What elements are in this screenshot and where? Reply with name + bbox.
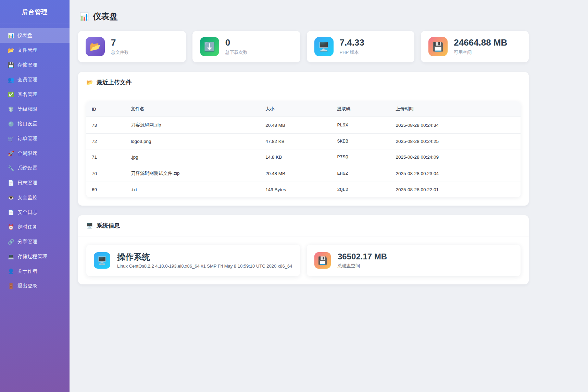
recent-uploads-panel: 📂 最近上传文件 ID 文件名 大小 提取码 上传	[78, 72, 529, 206]
os-title: 操作系统	[117, 252, 292, 262]
sidebar-item-logout[interactable]: 🚪 退出登录	[0, 279, 70, 293]
sidebar-header: 后台管理	[0, 0, 70, 24]
sidebar-item-label: 日志管理	[17, 180, 37, 186]
page-header: 📊 仪表盘	[79, 11, 529, 22]
stat-label: PHP 版本	[340, 49, 364, 56]
sidebar-item-orders[interactable]: 🛒 订单管理	[0, 131, 70, 146]
sidebar-item-label: 会员管理	[17, 76, 37, 83]
check-icon: ✅	[8, 91, 14, 98]
floppy-disk-icon: 💾	[314, 252, 331, 269]
folder-icon: 📂	[86, 79, 93, 86]
os-info-card: 🖥️ 操作系统 Linux CentOs8.2.2 4.18.0-193.el8…	[86, 245, 300, 276]
sidebar-item-storage[interactable]: 💾 存储管理	[0, 58, 70, 72]
sidebar-item-about-author[interactable]: 👤 关于作者	[0, 264, 70, 279]
sidebar-item-security-monitor[interactable]: 👁️ 安全监控	[0, 190, 70, 205]
folder-icon: 📂	[8, 47, 14, 53]
rocket-icon: 🚀	[8, 150, 14, 157]
floppy-disk-icon: 💾	[428, 37, 448, 56]
sidebar-item-label: 关于作者	[17, 268, 37, 274]
monitor-icon: 🖥️	[86, 222, 93, 229]
sidebar-item-label: 仪表盘	[17, 32, 33, 39]
sidebar-item-stored-procedures[interactable]: 💻 存储过程管理	[0, 249, 70, 264]
sidebar-item-label: 系统设置	[17, 165, 37, 171]
shield-icon: 🛡️	[8, 106, 14, 112]
section-title: 系统信息	[97, 222, 120, 230]
gear-icon: ⚙️	[8, 121, 14, 127]
disk-total-label: 总磁盘空间	[338, 263, 387, 269]
sidebar-item-label: 安全监控	[17, 194, 37, 201]
cell-filename: logo3.png	[125, 134, 260, 149]
sidebar-item-label: 全局限速	[17, 150, 37, 157]
stat-card-total-downloads: ⬇️ 0 总下载次数	[192, 31, 300, 62]
sidebar-item-system-settings[interactable]: 🔧 系统设置	[0, 161, 70, 175]
cell-id: 72	[86, 134, 125, 149]
recent-uploads-header: 📂 最近上传文件	[78, 72, 529, 93]
stat-value: 24664.88 MB	[454, 38, 507, 48]
cell-time: 2025-08-28 00:24:09	[390, 149, 521, 165]
column-header-code: 提取码	[331, 101, 390, 117]
cell-code: EHGZ	[331, 165, 390, 182]
sidebar-item-files[interactable]: 📂 文件管理	[0, 43, 70, 58]
table-row[interactable]: 70 刀客源码网测试文件.zip 20.48 MB EHGZ 2025-08-2…	[86, 165, 521, 182]
person-icon: 👤	[8, 268, 14, 274]
sidebar-item-members[interactable]: 👥 会员管理	[0, 72, 70, 87]
sidebar-nav: 📊 仪表盘 📂 文件管理 💾 存储管理 👥 会员管理 ✅ 实名管理 🛡️	[0, 24, 70, 293]
cell-id: 71	[86, 149, 125, 165]
disk-info-card: 💾 36502.17 MB 总磁盘空间	[307, 245, 521, 276]
cell-size: 20.48 MB	[260, 117, 331, 134]
system-info-header: 🖥️ 系统信息	[78, 215, 529, 236]
cell-time: 2025-08-28 00:24:34	[390, 117, 521, 134]
sidebar-item-label: 订单管理	[17, 135, 37, 142]
stat-card-free-space: 💾 24664.88 MB 可用空间	[421, 31, 529, 62]
cart-icon: 🛒	[8, 136, 14, 142]
sidebar-item-rate-limit[interactable]: 🚀 全局限速	[0, 146, 70, 161]
link-icon: 🔗	[8, 239, 14, 245]
page-title: 仪表盘	[93, 11, 117, 22]
disk-total-value: 36502.17 MB	[338, 252, 387, 261]
sidebar-item-label: 接口设置	[17, 121, 37, 127]
sidebar-item-realname[interactable]: ✅ 实名管理	[0, 87, 70, 102]
cell-filename: .txt	[125, 182, 260, 198]
cell-code: SKEB	[331, 134, 390, 149]
sidebar: 后台管理 📊 仪表盘 📂 文件管理 💾 存储管理 👥 会员管理 ✅ 实名管理	[0, 0, 70, 392]
alarm-clock-icon: ⏰	[8, 224, 14, 230]
cell-time: 2025-08-28 00:22:01	[390, 182, 521, 198]
sidebar-item-security-logs[interactable]: 📄 安全日志	[0, 205, 70, 220]
cell-size: 149 Bytes	[260, 182, 331, 198]
sidebar-item-permissions[interactable]: 🛡️ 等级权限	[0, 102, 70, 117]
sidebar-item-dashboard[interactable]: 📊 仪表盘	[0, 28, 70, 43]
table-row[interactable]: 71 .jpg 14.8 KB P7SQ 2025-08-28 00:24:09	[86, 149, 521, 165]
sidebar-item-label: 实名管理	[17, 91, 37, 98]
sidebar-item-api-settings[interactable]: ⚙️ 接口设置	[0, 117, 70, 131]
sidebar-item-cron-tasks[interactable]: ⏰ 定时任务	[0, 220, 70, 234]
cell-code: P7SQ	[331, 149, 390, 165]
stat-value: 7.4.33	[340, 38, 364, 48]
cell-filename: 刀客源码网.zip	[125, 117, 260, 134]
cell-size: 14.8 KB	[260, 149, 331, 165]
section-title: 最近上传文件	[97, 78, 132, 86]
monitor-icon: 🖥️	[314, 37, 334, 56]
cell-time: 2025-08-28 00:24:25	[390, 134, 521, 149]
sidebar-item-label: 分享管理	[17, 238, 37, 245]
stat-cards-row: 📂 7 总文件数 ⬇️ 0 总下载次数 🖥️ 7.4.	[78, 31, 529, 62]
table-row[interactable]: 73 刀客源码网.zip 20.48 MB PL9X 2025-08-28 00…	[86, 117, 521, 134]
stat-label: 总下载次数	[225, 49, 248, 56]
sidebar-item-label: 存储过程管理	[17, 253, 47, 260]
bar-chart-icon: 📊	[79, 12, 89, 21]
sidebar-item-share[interactable]: 🔗 分享管理	[0, 234, 70, 249]
table-row[interactable]: 69 .txt 149 Bytes 2QL2 2025-08-28 00:22:…	[86, 182, 521, 198]
floppy-disk-icon: 💾	[8, 62, 14, 68]
cell-size: 47.82 KB	[260, 134, 331, 149]
column-header-time: 上传时间	[390, 101, 521, 117]
table-row[interactable]: 72 logo3.png 47.82 KB SKEB 2025-08-28 00…	[86, 134, 521, 149]
eye-icon: 👁️	[8, 195, 14, 201]
uploads-table: ID 文件名 大小 提取码 上传时间 73 刀客源码网.	[86, 101, 521, 197]
cell-id: 73	[86, 117, 125, 134]
main-content: 📊 仪表盘 📂 7 总文件数 ⬇️ 0 总下载次数	[70, 0, 588, 392]
door-icon: 🚪	[8, 283, 14, 289]
sidebar-item-logs[interactable]: 📄 日志管理	[0, 175, 70, 190]
stat-card-php-version: 🖥️ 7.4.33 PHP 版本	[307, 31, 415, 62]
stat-value: 0	[225, 38, 248, 48]
cell-id: 69	[86, 182, 125, 198]
document-icon: 📄	[8, 180, 14, 186]
